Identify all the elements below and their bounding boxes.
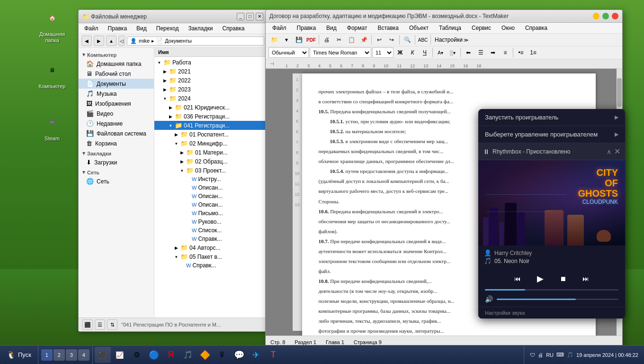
expand-player-icon[interactable]: ∧	[607, 148, 611, 155]
tree-item-036[interactable]: ▶ 📁 036 Регистраци...	[154, 112, 267, 121]
font-color-btn[interactable]: А▾	[435, 47, 446, 58]
sidebar-trash[interactable]: 🗑 Корзина	[79, 138, 154, 148]
desktop-icon-steam[interactable]: 🎮 Steam	[33, 109, 71, 144]
close-button[interactable]: ✕	[256, 13, 263, 20]
icon-view-button[interactable]: ⬛	[82, 319, 93, 330]
play-pause-button[interactable]: ▶	[534, 272, 547, 285]
sidebar-desktop[interactable]: 🖥 Рабочий стол	[79, 69, 154, 79]
sort-button[interactable]: ⇅	[107, 319, 117, 330]
workspace-2[interactable]: 2	[54, 349, 65, 361]
up-button[interactable]: ▲	[106, 36, 116, 46]
volume-bar[interactable]	[497, 299, 618, 300]
bullet-list-btn[interactable]: •≡	[515, 47, 527, 58]
tree-item-opisan3[interactable]: W Описан...	[154, 200, 267, 209]
sidebar-video[interactable]: 🎬 Видео	[79, 109, 154, 118]
tm-menu-file[interactable]: Файл	[269, 24, 289, 32]
bold-btn[interactable]: Ж	[394, 47, 406, 58]
workspace-4[interactable]: 4	[78, 349, 89, 361]
sidebar-recent[interactable]: 🕐 Недавние	[79, 118, 154, 128]
tm-menu-object[interactable]: Объект	[406, 24, 431, 32]
tb-save-btn[interactable]: 💾	[293, 35, 304, 45]
maximize-button[interactable]: □	[246, 13, 254, 20]
tree-item-02-obraz[interactable]: ▶ 📁 02 Образц...	[154, 157, 267, 166]
tray-antivirus[interactable]: 🛡	[530, 352, 535, 358]
align-justify-btn[interactable]: ≡	[500, 47, 511, 58]
menu-bookmarks[interactable]: Закладки	[186, 24, 215, 33]
tb-vlc[interactable]: 🔶	[197, 347, 213, 363]
tree-item-spravk2[interactable]: W Справк...	[154, 261, 267, 270]
tb-podcast[interactable]: 🎙	[214, 347, 230, 363]
tree-item-pismo[interactable]: W Письмо...	[154, 209, 267, 218]
tb-monitor[interactable]: 📈	[112, 347, 128, 363]
tb-settings[interactable]: ⚙	[129, 347, 145, 363]
tm-minimize-button[interactable]	[593, 13, 599, 19]
tree-item-2024[interactable]: ▾ 📁 2024	[154, 94, 267, 103]
desktop-icon-home[interactable]: 🏠 Домашняя папка	[33, 5, 71, 46]
launch-player-item[interactable]: Запустить проигрыватель ▶	[478, 109, 625, 126]
stop-button[interactable]: ⏹	[556, 272, 570, 285]
num-list-btn[interactable]: 1≡	[528, 47, 539, 58]
tb-audio[interactable]: 🎵	[180, 347, 196, 363]
start-button[interactable]: 🐧 Пуск	[0, 346, 38, 364]
tm-menu-view[interactable]: Вид	[323, 24, 340, 32]
align-center-btn[interactable]: ☰	[475, 47, 486, 58]
back-button[interactable]: ◀	[81, 36, 92, 46]
tb-copy-btn[interactable]: 📋	[346, 35, 357, 45]
tree-item-rukovo[interactable]: W Руково...	[154, 218, 267, 226]
tree-item-04-avtor[interactable]: ▶ 📁 04 Авторс...	[154, 243, 267, 252]
tree-item-041[interactable]: ▾ 📁 041 Регистраци...	[154, 121, 267, 130]
tray-audio[interactable]: 🎵	[567, 352, 573, 358]
sidebar-home[interactable]: 🏠 Домашняя папка	[79, 59, 154, 69]
tree-item-2023[interactable]: ▶ 📁 2023	[154, 85, 267, 94]
tb-print-btn[interactable]: 🖨	[321, 35, 332, 45]
minimize-button[interactable]: _	[237, 13, 244, 20]
tree-item-spisok[interactable]: W Список...	[154, 226, 267, 235]
sidebar-filesystem[interactable]: 💾 Файловая система	[79, 128, 154, 138]
tb-undo-btn[interactable]: ↩	[374, 35, 385, 45]
tb-paste-btn[interactable]: 📌	[358, 35, 369, 45]
align-right-btn[interactable]: ➡	[487, 47, 499, 58]
underline-btn[interactable]: Ч	[419, 47, 430, 58]
tree-item-instruk[interactable]: W Инстру...	[154, 175, 267, 183]
tm-menu-format[interactable]: Формат	[344, 24, 370, 32]
desktop-icon-computer[interactable]: 🖥 Компьютер	[33, 57, 71, 91]
tree-item-spravk[interactable]: W Справк...	[154, 235, 267, 243]
sidebar-documents[interactable]: 📄 Документы	[79, 79, 154, 89]
font-select[interactable]: Times New Roman	[310, 47, 371, 58]
tm-menu-edit[interactable]: Правка	[294, 24, 319, 32]
tm-maximize-button[interactable]	[602, 13, 609, 19]
sidebar-music[interactable]: 🎵 Музыка	[79, 89, 154, 99]
audio-settings-button[interactable]: Настройки звука	[478, 307, 625, 318]
sidebar-network[interactable]: 🌐 Сеть	[79, 176, 154, 186]
sidebar-images[interactable]: 🖼 Изображения	[79, 99, 154, 109]
tree-item-2022[interactable]: ▶ 📁 2022	[154, 76, 267, 85]
menu-view[interactable]: Вид	[134, 24, 149, 33]
prev-button[interactable]: ⏮	[511, 272, 524, 285]
tb-email[interactable]: T	[265, 347, 281, 363]
tb-telegram[interactable]: ✈	[248, 347, 264, 363]
tree-item-01-mater[interactable]: ▶ 📁 01 Матери...	[154, 148, 267, 157]
progress-bar[interactable]	[485, 289, 618, 291]
menu-help[interactable]: Справка	[220, 24, 246, 33]
scroll-thumb[interactable]	[617, 78, 622, 107]
tree-item-2021[interactable]: ▶ 📁 2021	[154, 67, 267, 76]
tray-keyboard[interactable]: RU	[546, 352, 554, 358]
style-select[interactable]: Обычный	[268, 47, 309, 58]
tb-open-btn[interactable]: 📁	[268, 35, 280, 45]
menu-edit[interactable]: Правка	[106, 24, 129, 33]
size-select[interactable]: 11	[372, 47, 394, 58]
tb-pdf-btn[interactable]: PDF	[305, 35, 317, 45]
tb-scissors-btn[interactable]: ✂	[333, 35, 345, 45]
forward-button[interactable]: ▶	[94, 36, 104, 46]
tray-datetime[interactable]: 19 апреля 2024 | 00:48:22	[576, 352, 638, 358]
manage-player-item[interactable]: Выберете управление проигрывателем ▶	[478, 126, 625, 143]
tree-item-opisan2[interactable]: W Описан...	[154, 192, 267, 200]
workspace-1[interactable]: 1	[41, 349, 53, 361]
italic-btn[interactable]: К	[407, 47, 418, 58]
highlight-btn[interactable]: ░▾	[447, 47, 458, 58]
tm-menu-help[interactable]: Справка	[522, 24, 550, 32]
tree-item-05-paket[interactable]: ▾ 📁 05 Пакет в...	[154, 252, 267, 261]
path-bar[interactable]: 👤 mike ▸ 📄 Документы	[127, 36, 264, 46]
tb-spell-btn[interactable]: ABC	[417, 35, 429, 45]
list-view-button[interactable]: ☰	[95, 319, 105, 330]
